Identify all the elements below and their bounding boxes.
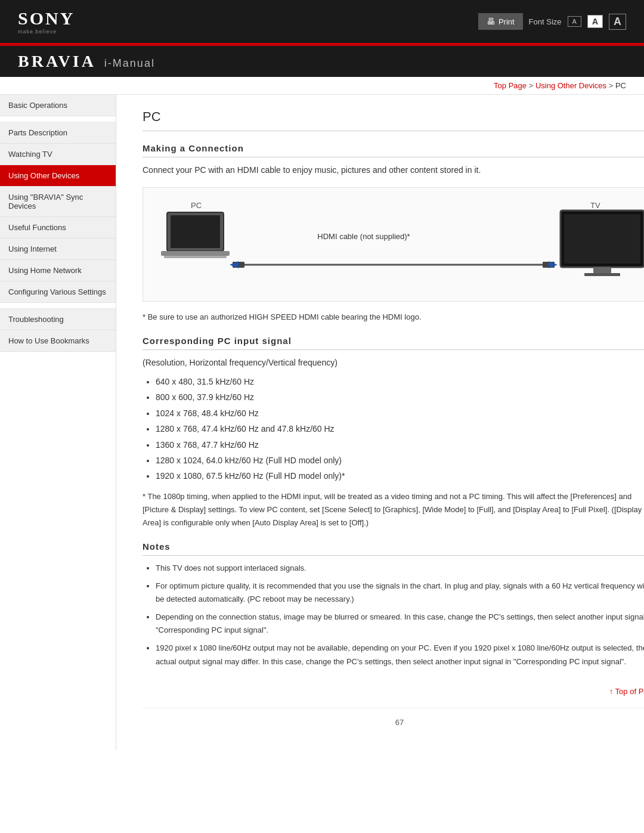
svg-rect-15	[584, 273, 620, 276]
bravia-title-bar: BRAVIA i-Manual	[0, 43, 644, 77]
note-item: Depending on the connection status, imag…	[156, 611, 644, 637]
sidebar-item-useful-functions[interactable]: Useful Functions	[0, 217, 116, 239]
sidebar: Basic Operations Parts Description Watch…	[0, 95, 116, 751]
notes-title: Notes	[143, 541, 644, 556]
list-item: 1280 x 1024, 64.0 kHz/60 Hz (Full HD mod…	[156, 454, 644, 467]
sidebar-item-watching-tv[interactable]: Watching TV	[0, 144, 116, 165]
main-layout: Basic Operations Parts Description Watch…	[0, 95, 644, 751]
notes-list: This TV does not support interlaced sign…	[143, 562, 644, 668]
diagram-svg: PC TV HDMI cable (not supplied)*	[155, 197, 644, 290]
list-item: 1280 x 768, 47.4 kHz/60 Hz and 47.8 kHz/…	[156, 422, 644, 435]
sidebar-item-parts-description[interactable]: Parts Description	[0, 122, 116, 144]
section1-body: Connect your PC with an HDMI cable to en…	[143, 163, 644, 178]
svg-text:TV: TV	[590, 201, 600, 210]
list-item: 1360 x 768, 47.7 kHz/60 Hz	[156, 438, 644, 451]
sidebar-item-bravia-sync[interactable]: Using "BRAVIA" Sync Devices	[0, 187, 116, 217]
svg-text:PC: PC	[191, 201, 202, 210]
svg-rect-13	[564, 214, 640, 264]
bravia-logo: BRAVIA	[18, 52, 96, 71]
sidebar-item-configuring[interactable]: Configuring Various Settings	[0, 281, 116, 303]
sony-logo: SONY	[18, 8, 75, 29]
note-item: 1920 pixel x 1080 line/60Hz output may n…	[156, 642, 644, 668]
sidebar-item-home-network[interactable]: Using Home Network	[0, 260, 116, 281]
breadcrumb-other-devices[interactable]: Using Other Devices	[535, 81, 606, 90]
breadcrumb-current: PC	[615, 81, 626, 90]
font-small-button[interactable]: A	[568, 16, 581, 27]
resolution-list: 640 x 480, 31.5 kHz/60 Hz 800 x 600, 37.…	[143, 375, 644, 483]
sony-tagline: make.believe	[18, 29, 75, 35]
svg-rect-14	[593, 267, 611, 273]
font-size-label: Font Size	[529, 17, 562, 26]
header-controls: 🖶 Print Font Size A A A	[478, 13, 626, 30]
svg-text:HDMI cable (not supplied)*: HDMI cable (not supplied)*	[317, 232, 410, 241]
svg-rect-4	[161, 251, 230, 256]
font-large-button[interactable]: A	[609, 14, 626, 30]
font-medium-button[interactable]: A	[587, 15, 603, 28]
main-content: PC Making a Connection Connect your PC w…	[116, 95, 644, 751]
breadcrumb-sep2: >	[609, 81, 615, 90]
sidebar-item-bookmarks[interactable]: How to Use Bookmarks	[0, 330, 116, 352]
list-item: 1920 x 1080, 67.5 kHz/60 Hz (Full HD mod…	[156, 469, 644, 482]
hdmi-diagram: PC TV HDMI cable (not supplied)*	[143, 187, 644, 302]
header: SONY make.believe 🖶 Print Font Size A A …	[0, 0, 644, 43]
top-of-page-link[interactable]: ↑ Top of Page	[609, 687, 644, 696]
note-item: For optimum picture quality, it is recom…	[156, 580, 644, 606]
list-item: 640 x 480, 31.5 kHz/60 Hz	[156, 375, 644, 388]
section-making-connection: Making a Connection	[143, 143, 644, 157]
list-item: 1024 x 768, 48.4 kHz/60 Hz	[156, 407, 644, 420]
note-item: This TV does not support interlaced sign…	[156, 562, 644, 575]
top-of-page-container: ↑ Top of Page	[143, 680, 644, 696]
svg-rect-3	[171, 215, 220, 248]
page-number: 67	[143, 708, 644, 736]
breadcrumb-sep1: >	[529, 81, 535, 90]
imanual-label: i-Manual	[104, 57, 155, 70]
sidebar-item-troubleshooting[interactable]: Troubleshooting	[0, 309, 116, 330]
sidebar-item-basic-operations[interactable]: Basic Operations	[0, 95, 116, 116]
print-button[interactable]: 🖶 Print	[478, 13, 523, 30]
print-icon: 🖶	[487, 17, 495, 26]
hdmi-asterisk-note: * The 1080p timing, when applied to the …	[143, 490, 644, 529]
section-pc-input: Corresponding PC input signal	[143, 336, 644, 350]
breadcrumb-top-page[interactable]: Top Page	[494, 81, 527, 90]
sidebar-item-using-other-devices[interactable]: Using Other Devices	[0, 165, 116, 187]
sony-brand: SONY make.believe	[18, 8, 75, 35]
list-item: 800 x 600, 37.9 kHz/60 Hz	[156, 391, 644, 404]
asterisk-hdmi-note: * Be sure to use an authorized HIGH SPEE…	[143, 311, 644, 324]
resolution-intro: (Resolution, Horizontal frequency/Vertic…	[143, 356, 644, 369]
svg-rect-5	[164, 256, 227, 258]
breadcrumb-bar: Top Page > Using Other Devices > PC	[0, 77, 644, 95]
sidebar-item-using-internet[interactable]: Using Internet	[0, 239, 116, 260]
page-title: PC	[143, 109, 644, 131]
